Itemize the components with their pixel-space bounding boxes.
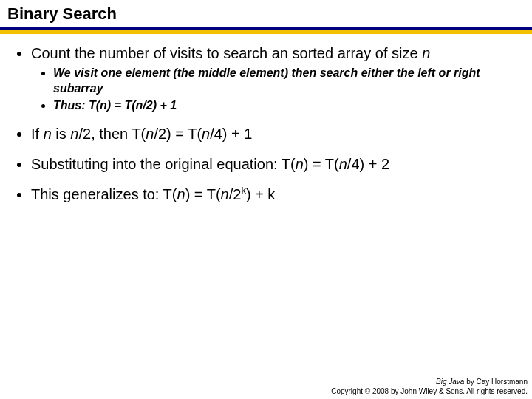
var-n: n (70, 126, 78, 142)
footer-line-2: Copyright © 2008 by John Wiley & Sons. A… (331, 387, 528, 397)
var-n: n (221, 186, 229, 202)
var-n: n (339, 156, 347, 172)
b4-b: ) = T( (185, 186, 221, 202)
b2-d: /2) = T( (154, 126, 202, 142)
var-n: n (44, 126, 52, 142)
var-n: n (177, 186, 185, 202)
content-area: Count the number of visits to search an … (0, 34, 532, 204)
var-n: n (202, 126, 210, 142)
book-title: Big Java (436, 378, 464, 386)
b4-d: ) + k (246, 186, 275, 202)
b3-c: /4) + 2 (347, 156, 389, 172)
footer: Big Java by Cay Horstmann Copyright © 20… (331, 378, 528, 396)
b4-c: /2 (229, 186, 242, 202)
bullet-1-text: Count the number of visits to search an … (31, 45, 422, 61)
b3-a: Substituting into the original equation:… (31, 156, 296, 172)
bullet-list: Count the number of visits to search an … (13, 44, 519, 204)
footer-line-1: Big Java by Cay Horstmann (331, 378, 528, 387)
bullet-1: Count the number of visits to search an … (31, 44, 519, 113)
sub-bullet-2: Thus: T(n) = T(n/2) + 1 (53, 98, 519, 114)
var-n: n (422, 45, 430, 61)
var-n: n (146, 126, 154, 142)
bullet-3: Substituting into the original equation:… (31, 155, 519, 174)
title-block: Binary Search (0, 0, 532, 25)
b2-c: /2, then T( (78, 126, 146, 142)
sub-bullet-list: We visit one element (the middle element… (31, 66, 519, 113)
author: by Cay Horstmann (464, 378, 528, 386)
b4-a: This generalizes to: T( (31, 186, 177, 202)
b2-e: /4) + 1 (210, 126, 252, 142)
slide-title: Binary Search (7, 4, 525, 24)
slide: Binary Search Count the number of visits… (0, 0, 532, 399)
b3-b: ) = T( (304, 156, 339, 172)
var-n: n (296, 156, 304, 172)
bullet-2: If n is n/2, then T(n/2) = T(n/4) + 1 (31, 125, 519, 143)
bullet-4: This generalizes to: T(n) = T(n/2k) + k (31, 185, 519, 204)
b2-b: is (52, 126, 71, 142)
b2-a: If (31, 126, 44, 142)
sub-bullet-1: We visit one element (the middle element… (53, 66, 519, 97)
